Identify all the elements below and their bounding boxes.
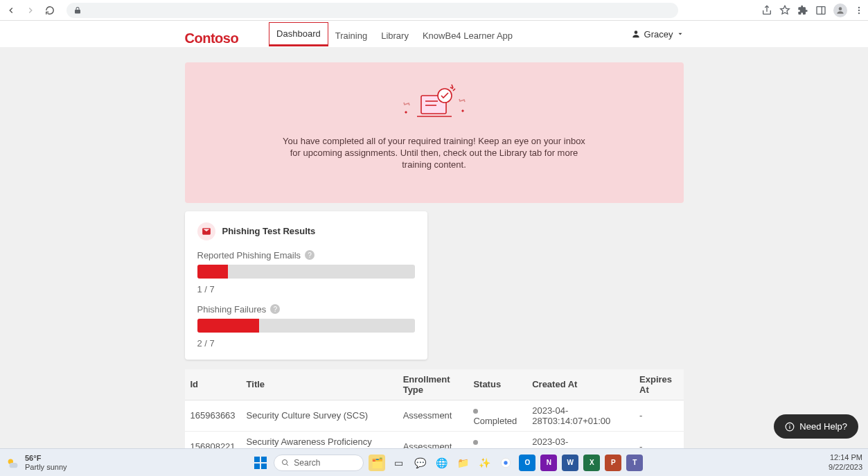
taskbar-app-icon[interactable]: W xyxy=(562,455,578,471)
reported-bar xyxy=(197,265,415,279)
completion-banner: You have completed all of your required … xyxy=(185,62,684,203)
taskbar-app-icon[interactable]: 🌐 xyxy=(433,455,450,471)
taskbar-search[interactable]: Search xyxy=(274,455,364,471)
weather-icon xyxy=(6,455,21,470)
app-header: Contoso Dashboard Training Library KnowB… xyxy=(0,21,868,47)
share-icon[interactable] xyxy=(761,5,772,16)
tab-learner-app[interactable]: KnowBe4 Learner App xyxy=(416,25,520,46)
failures-bar xyxy=(197,319,415,333)
phishing-card: Phishing Test Results Reported Phishing … xyxy=(185,211,427,360)
need-help-button[interactable]: Need Help? xyxy=(774,414,858,439)
start-button[interactable] xyxy=(252,455,269,471)
failures-label: Phishing Failures xyxy=(197,304,267,315)
column-header[interactable]: Expires At xyxy=(634,369,683,400)
table-cell: Assessment xyxy=(398,400,468,431)
extensions-icon[interactable] xyxy=(797,5,808,16)
svg-point-3 xyxy=(858,6,860,8)
svg-point-5 xyxy=(858,12,860,13)
menu-icon[interactable] xyxy=(854,6,864,15)
profile-avatar[interactable] xyxy=(833,3,847,17)
search-icon xyxy=(281,459,290,467)
reload-button[interactable] xyxy=(43,3,57,17)
table-cell: Security Culture Survey (SCS) xyxy=(241,400,398,431)
taskbar-app-icon[interactable] xyxy=(497,455,514,471)
envelope-icon xyxy=(197,222,215,240)
svg-rect-18 xyxy=(254,464,260,469)
windows-taskbar: 56°FPartly sunny Search 🗂️ ▭ 💬 🌐 📁 ✨ O N… xyxy=(0,448,868,476)
svg-rect-0 xyxy=(817,6,825,14)
system-tray[interactable]: 12:14 PM 9/22/2023 xyxy=(829,453,862,471)
taskbar-app-icon[interactable]: N xyxy=(540,455,557,471)
svg-point-23 xyxy=(504,461,508,464)
svg-rect-14 xyxy=(790,424,790,425)
svg-point-2 xyxy=(839,7,842,10)
reported-fraction: 1 / 7 xyxy=(197,284,415,294)
taskbar-app-icon[interactable]: O xyxy=(519,455,535,471)
svg-line-21 xyxy=(287,464,289,466)
taskbar-app-icon[interactable]: T xyxy=(626,455,643,471)
taskbar-app-icon[interactable]: X xyxy=(583,455,600,471)
banner-message: You have completed all of your required … xyxy=(278,136,590,171)
svg-point-4 xyxy=(858,9,860,10)
panel-icon[interactable] xyxy=(815,5,826,16)
table-cell: 165963663 xyxy=(185,400,241,431)
star-icon[interactable] xyxy=(779,5,790,16)
weather-widget[interactable]: 56°FPartly sunny xyxy=(6,454,67,470)
phishing-title: Phishing Test Results xyxy=(222,226,316,236)
info-icon xyxy=(785,422,795,432)
taskbar-app-icon[interactable]: 📁 xyxy=(454,455,471,471)
nav-tabs: Dashboard Training Library KnowBe4 Learn… xyxy=(269,22,520,46)
brand-logo: Contoso xyxy=(185,30,239,46)
tab-dashboard[interactable]: Dashboard xyxy=(269,22,328,46)
table-cell: - xyxy=(634,400,683,431)
column-header[interactable]: Status xyxy=(468,369,526,400)
table-cell: 2023-04-28T03:14:07+01:00 xyxy=(526,400,634,431)
table-row[interactable]: 165963663Security Culture Survey (SCS)As… xyxy=(185,400,684,431)
table-cell: Completed xyxy=(468,400,526,431)
lock-icon xyxy=(73,6,82,15)
svg-rect-13 xyxy=(790,425,790,428)
svg-rect-19 xyxy=(261,464,267,469)
column-header[interactable]: Id xyxy=(185,369,241,400)
column-header[interactable]: Title xyxy=(241,369,398,400)
svg-rect-17 xyxy=(261,457,267,462)
column-header[interactable]: Enrollment Type xyxy=(398,369,468,400)
taskbar-app-icon[interactable]: P xyxy=(605,455,621,471)
column-header[interactable]: Created At xyxy=(526,369,634,400)
user-icon xyxy=(631,29,641,39)
tab-library[interactable]: Library xyxy=(374,25,416,46)
tab-training[interactable]: Training xyxy=(328,25,374,46)
forward-button[interactable] xyxy=(24,3,37,17)
user-menu[interactable]: Gracey xyxy=(631,29,684,39)
help-icon[interactable]: ? xyxy=(270,304,280,314)
help-icon[interactable]: ? xyxy=(305,250,315,260)
taskbar-app-icon[interactable]: 🗂️ xyxy=(369,455,385,471)
chevron-down-icon xyxy=(677,30,684,37)
user-name: Gracey xyxy=(644,29,673,39)
taskbar-app-icon[interactable]: ▭ xyxy=(390,455,407,471)
svg-rect-16 xyxy=(254,457,260,462)
back-button[interactable] xyxy=(4,3,18,17)
failures-fraction: 2 / 7 xyxy=(197,338,415,349)
browser-toolbar xyxy=(0,0,868,21)
taskbar-app-icon[interactable]: 💬 xyxy=(411,455,428,471)
address-bar[interactable] xyxy=(67,3,678,18)
completion-illustration xyxy=(213,83,656,125)
reported-label: Reported Phishing Emails xyxy=(197,250,301,261)
svg-point-20 xyxy=(283,459,287,464)
taskbar-app-icon[interactable]: ✨ xyxy=(476,455,493,471)
svg-point-6 xyxy=(634,30,637,34)
